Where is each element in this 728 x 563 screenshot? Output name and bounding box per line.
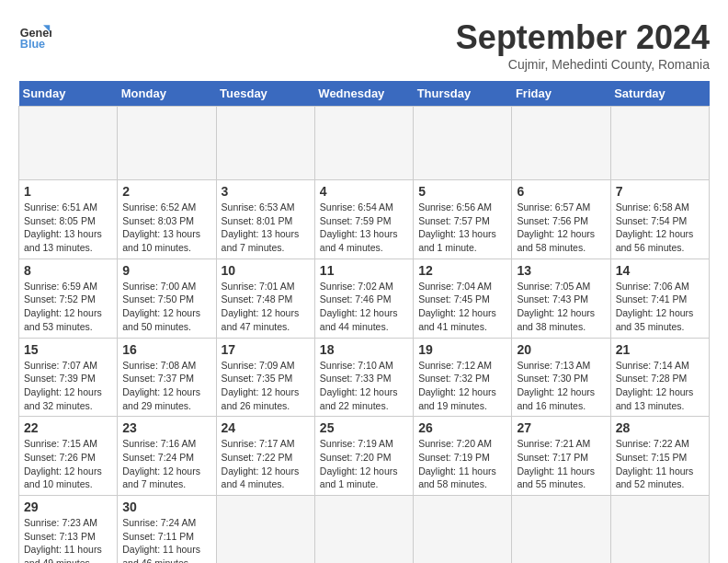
day-cell: 6Sunrise: 6:57 AMSunset: 7:56 PMDaylight… xyxy=(512,180,610,259)
day-info: Sunrise: 7:16 AMSunset: 7:24 PMDaylight:… xyxy=(122,437,210,491)
day-cell xyxy=(216,496,314,564)
day-info: Sunrise: 7:00 AMSunset: 7:50 PMDaylight:… xyxy=(122,280,210,334)
day-cell: 30Sunrise: 7:24 AMSunset: 7:11 PMDayligh… xyxy=(118,496,216,564)
day-number: 6 xyxy=(517,184,605,199)
header-row: SundayMondayTuesdayWednesdayThursdayFrid… xyxy=(19,81,710,107)
column-header-tuesday: Tuesday xyxy=(216,81,314,107)
day-cell: 11Sunrise: 7:02 AMSunset: 7:46 PMDayligh… xyxy=(314,259,413,338)
day-number: 16 xyxy=(122,342,210,357)
day-info: Sunrise: 6:58 AMSunset: 7:54 PMDaylight:… xyxy=(616,201,704,255)
day-info: Sunrise: 7:13 AMSunset: 7:30 PMDaylight:… xyxy=(517,359,605,413)
day-info: Sunrise: 7:06 AMSunset: 7:41 PMDaylight:… xyxy=(616,280,704,334)
day-info: Sunrise: 7:05 AMSunset: 7:43 PMDaylight:… xyxy=(517,280,605,334)
day-cell xyxy=(512,496,610,564)
day-info: Sunrise: 7:01 AMSunset: 7:48 PMDaylight:… xyxy=(222,280,310,334)
day-number: 25 xyxy=(320,420,408,435)
column-header-sunday: Sunday xyxy=(19,81,118,107)
day-info: Sunrise: 7:22 AMSunset: 7:15 PMDaylight:… xyxy=(616,437,704,491)
day-number: 13 xyxy=(517,263,605,278)
day-info: Sunrise: 7:08 AMSunset: 7:37 PMDaylight:… xyxy=(122,359,210,413)
day-cell: 29Sunrise: 7:23 AMSunset: 7:13 PMDayligh… xyxy=(19,496,118,564)
day-number: 19 xyxy=(418,342,506,357)
day-cell: 25Sunrise: 7:19 AMSunset: 7:20 PMDayligh… xyxy=(314,417,413,496)
day-number: 9 xyxy=(122,263,210,278)
day-number: 3 xyxy=(222,184,310,199)
day-info: Sunrise: 7:02 AMSunset: 7:46 PMDaylight:… xyxy=(320,280,408,334)
week-row-0 xyxy=(19,107,710,180)
day-info: Sunrise: 6:51 AMSunset: 8:05 PMDaylight:… xyxy=(24,201,112,255)
day-number: 29 xyxy=(24,500,112,514)
day-cell xyxy=(19,107,118,180)
day-info: Sunrise: 7:14 AMSunset: 7:28 PMDaylight:… xyxy=(616,359,704,413)
day-cell: 23Sunrise: 7:16 AMSunset: 7:24 PMDayligh… xyxy=(118,417,216,496)
day-cell: 28Sunrise: 7:22 AMSunset: 7:15 PMDayligh… xyxy=(610,417,709,496)
day-info: Sunrise: 7:23 AMSunset: 7:13 PMDaylight:… xyxy=(24,516,112,563)
day-number: 21 xyxy=(616,342,704,357)
day-cell: 4Sunrise: 6:54 AMSunset: 7:59 PMDaylight… xyxy=(314,180,413,259)
day-info: Sunrise: 7:24 AMSunset: 7:11 PMDaylight:… xyxy=(122,516,210,563)
day-number: 12 xyxy=(418,263,506,278)
svg-text:Blue: Blue xyxy=(20,38,45,51)
day-cell xyxy=(216,107,314,180)
day-cell: 8Sunrise: 6:59 AMSunset: 7:52 PMDaylight… xyxy=(19,259,118,338)
day-info: Sunrise: 7:10 AMSunset: 7:33 PMDaylight:… xyxy=(320,359,408,413)
day-number: 5 xyxy=(418,184,506,199)
day-cell: 17Sunrise: 7:09 AMSunset: 7:35 PMDayligh… xyxy=(216,338,314,417)
day-info: Sunrise: 7:15 AMSunset: 7:26 PMDaylight:… xyxy=(24,437,112,491)
day-cell xyxy=(414,107,512,180)
month-title: September 2024 xyxy=(456,18,710,57)
day-cell: 3Sunrise: 6:53 AMSunset: 8:01 PMDaylight… xyxy=(216,180,314,259)
column-header-monday: Monday xyxy=(118,81,216,107)
column-header-friday: Friday xyxy=(512,81,610,107)
day-info: Sunrise: 6:52 AMSunset: 8:03 PMDaylight:… xyxy=(122,201,210,255)
day-number: 7 xyxy=(616,184,704,199)
week-row-4: 22Sunrise: 7:15 AMSunset: 7:26 PMDayligh… xyxy=(19,417,710,496)
day-info: Sunrise: 6:56 AMSunset: 7:57 PMDaylight:… xyxy=(418,201,506,255)
day-number: 22 xyxy=(24,420,112,435)
column-header-wednesday: Wednesday xyxy=(314,81,413,107)
day-number: 17 xyxy=(222,342,310,357)
day-cell: 12Sunrise: 7:04 AMSunset: 7:45 PMDayligh… xyxy=(414,259,512,338)
day-info: Sunrise: 7:12 AMSunset: 7:32 PMDaylight:… xyxy=(418,359,506,413)
logo: General Blue xyxy=(18,18,51,52)
day-info: Sunrise: 6:53 AMSunset: 8:01 PMDaylight:… xyxy=(222,201,310,255)
day-number: 24 xyxy=(222,420,310,435)
day-info: Sunrise: 7:21 AMSunset: 7:17 PMDaylight:… xyxy=(517,437,605,491)
day-number: 23 xyxy=(122,420,210,435)
day-cell: 16Sunrise: 7:08 AMSunset: 7:37 PMDayligh… xyxy=(118,338,216,417)
day-cell: 1Sunrise: 6:51 AMSunset: 8:05 PMDaylight… xyxy=(19,180,118,259)
day-number: 28 xyxy=(616,420,704,435)
day-number: 10 xyxy=(222,263,310,278)
week-row-5: 29Sunrise: 7:23 AMSunset: 7:13 PMDayligh… xyxy=(19,496,710,564)
week-row-3: 15Sunrise: 7:07 AMSunset: 7:39 PMDayligh… xyxy=(19,338,710,417)
day-cell xyxy=(610,496,709,564)
day-cell xyxy=(414,496,512,564)
day-number: 27 xyxy=(517,420,605,435)
day-cell: 15Sunrise: 7:07 AMSunset: 7:39 PMDayligh… xyxy=(19,338,118,417)
column-header-thursday: Thursday xyxy=(414,81,512,107)
day-cell: 24Sunrise: 7:17 AMSunset: 7:22 PMDayligh… xyxy=(216,417,314,496)
day-number: 14 xyxy=(616,263,704,278)
day-cell: 9Sunrise: 7:00 AMSunset: 7:50 PMDaylight… xyxy=(118,259,216,338)
day-cell: 22Sunrise: 7:15 AMSunset: 7:26 PMDayligh… xyxy=(19,417,118,496)
day-number: 20 xyxy=(517,342,605,357)
day-cell xyxy=(118,107,216,180)
day-info: Sunrise: 7:20 AMSunset: 7:19 PMDaylight:… xyxy=(418,437,506,491)
day-number: 11 xyxy=(320,263,408,278)
calendar-table: SundayMondayTuesdayWednesdayThursdayFrid… xyxy=(18,81,710,563)
day-number: 30 xyxy=(122,500,210,514)
title-block: September 2024 Cujmir, Mehedinti County,… xyxy=(456,18,710,72)
page-header: General Blue September 2024 Cujmir, Mehe… xyxy=(18,18,710,72)
week-row-1: 1Sunrise: 6:51 AMSunset: 8:05 PMDaylight… xyxy=(19,180,710,259)
day-number: 18 xyxy=(320,342,408,357)
day-cell: 27Sunrise: 7:21 AMSunset: 7:17 PMDayligh… xyxy=(512,417,610,496)
day-cell: 21Sunrise: 7:14 AMSunset: 7:28 PMDayligh… xyxy=(610,338,709,417)
day-number: 15 xyxy=(24,342,112,357)
day-info: Sunrise: 7:09 AMSunset: 7:35 PMDaylight:… xyxy=(222,359,310,413)
day-cell: 19Sunrise: 7:12 AMSunset: 7:32 PMDayligh… xyxy=(414,338,512,417)
day-info: Sunrise: 6:57 AMSunset: 7:56 PMDaylight:… xyxy=(517,201,605,255)
day-cell: 5Sunrise: 6:56 AMSunset: 7:57 PMDaylight… xyxy=(414,180,512,259)
day-number: 8 xyxy=(24,263,112,278)
day-cell: 26Sunrise: 7:20 AMSunset: 7:19 PMDayligh… xyxy=(414,417,512,496)
day-info: Sunrise: 7:19 AMSunset: 7:20 PMDaylight:… xyxy=(320,437,408,491)
